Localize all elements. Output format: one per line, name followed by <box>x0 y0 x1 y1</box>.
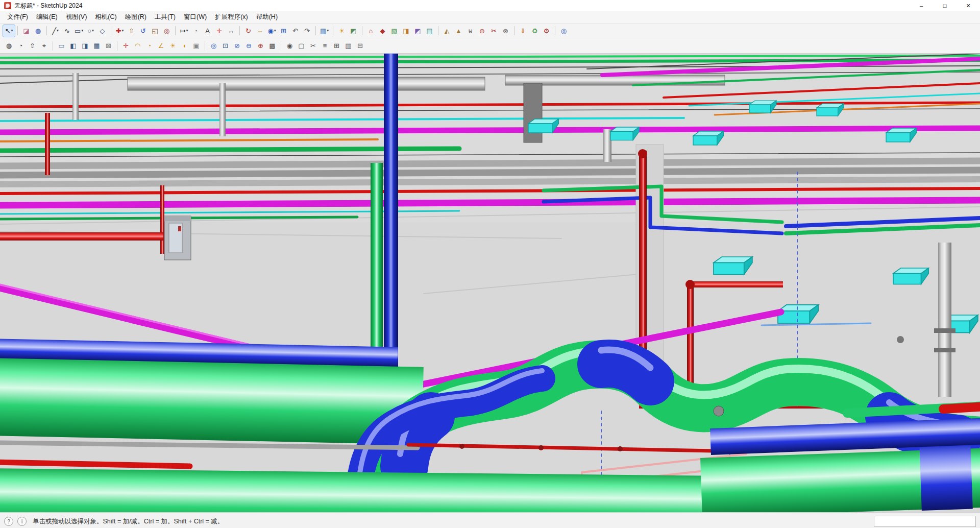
polygon-tool[interactable]: ◇ <box>96 25 108 37</box>
viewport-canvas[interactable] <box>0 54 980 512</box>
angle-tool[interactable]: ∠ <box>155 40 167 52</box>
sun-tool[interactable]: ☀ <box>167 40 179 52</box>
components-panel-button[interactable]: ▧ <box>388 25 400 37</box>
section-plane-tool[interactable]: ◩ <box>348 25 359 37</box>
position-camera-tool[interactable]: ⌖ <box>38 40 50 52</box>
model-info-button[interactable]: ▦ <box>91 40 103 52</box>
line-tool-dropdown[interactable]: ▾ <box>57 29 59 33</box>
offset-tool[interactable]: ◎ <box>161 25 173 37</box>
rectangle-tool[interactable]: ▭▾ <box>73 25 85 37</box>
solid-intersect-tool[interactable]: ⊗ <box>500 25 511 37</box>
red-branch-left[interactable] <box>0 232 163 241</box>
tags-panel-button[interactable]: ▤ <box>424 25 435 37</box>
move-tool[interactable]: ✚▾ <box>114 25 126 37</box>
line-tool[interactable]: ╱▾ <box>50 25 61 37</box>
menu-view[interactable]: 视图(V) <box>62 12 91 22</box>
menu-draw[interactable]: 绘图(R) <box>121 12 151 22</box>
tape-measure-tool[interactable]: ↦▾ <box>178 25 190 37</box>
3d-warehouse-button[interactable]: ⌂ <box>365 25 377 37</box>
move-tool-dropdown[interactable]: ▾ <box>122 29 124 33</box>
lock-button[interactable]: ⊠ <box>103 40 114 52</box>
menu-help[interactable]: 帮助(H) <box>252 12 282 22</box>
grid-cube-tool[interactable]: ⊞ <box>331 40 342 52</box>
sandbox-smoove-tool[interactable]: ▲ <box>453 25 464 37</box>
hide-similar-toggle[interactable]: ⊖ <box>243 40 255 52</box>
eraser-tool[interactable]: ◪ <box>20 25 32 37</box>
circle-tool-dropdown[interactable]: ▾ <box>92 29 94 33</box>
extension-warehouse-button[interactable]: ◆ <box>377 25 388 37</box>
text-tool[interactable]: A <box>202 25 213 37</box>
info-status-icon[interactable]: i <box>17 517 27 526</box>
views-tool[interactable]: ▦▾ <box>318 25 330 37</box>
styles-panel-button[interactable]: ◩ <box>412 25 424 37</box>
menu-file[interactable]: 文件(F) <box>3 12 32 22</box>
dimension-tool[interactable]: ↔ <box>225 25 237 37</box>
previous-view-tool[interactable]: ↶ <box>289 25 301 37</box>
search-button[interactable]: ◎ <box>558 25 570 37</box>
views-tool-dropdown[interactable]: ▾ <box>327 29 329 33</box>
isolate-tool[interactable]: ⊕ <box>255 40 266 52</box>
visibility-tool[interactable]: ◉ <box>284 40 296 52</box>
rectangle-tool-dropdown[interactable]: ▾ <box>81 29 83 33</box>
zoom-tool[interactable]: ◉▾ <box>266 25 278 37</box>
orbit-alt-tool[interactable]: ◍ <box>3 40 15 52</box>
layers-stack-button[interactable]: ≡ <box>319 40 331 52</box>
menu-tools[interactable]: 工具(T) <box>151 12 180 22</box>
bottom-green-pipe[interactable] <box>0 468 725 512</box>
help-status-icon[interactable]: ? <box>4 517 13 526</box>
marquee-zoom-tool[interactable]: ⊡ <box>219 40 231 52</box>
materials-panel-button[interactable]: ◨ <box>400 25 412 37</box>
close-button[interactable]: ✕ <box>957 0 980 11</box>
zoom-selection-tool[interactable]: ◎ <box>208 40 219 52</box>
pan-tool[interactable]: ⇔ <box>254 25 266 37</box>
menu-extensions[interactable]: 扩展程序(x) <box>211 12 252 22</box>
dome-half-tool[interactable]: ◖ <box>179 40 190 52</box>
shadow-settings-button[interactable]: ◨ <box>79 40 91 52</box>
circle-tool[interactable]: ○▾ <box>85 25 96 37</box>
purge-model-button[interactable]: ♻ <box>529 25 541 37</box>
zoom-tool-dropdown[interactable]: ▾ <box>274 29 276 33</box>
styles-window-button[interactable]: ◧ <box>67 40 79 52</box>
panels-tool[interactable]: ▥ <box>342 40 354 52</box>
maximize-button[interactable]: □ <box>933 0 957 11</box>
minimize-button[interactable]: – <box>910 0 933 11</box>
zoom-extents-tool[interactable]: ⊞ <box>278 25 289 37</box>
rotate-tool[interactable]: ↺ <box>137 25 149 37</box>
cage-edit-tool[interactable]: ⊟ <box>354 40 366 52</box>
measurements-input[interactable] <box>874 516 976 527</box>
protractor-tool[interactable]: ◔ <box>190 25 202 37</box>
hide-rest-toggle[interactable]: ⊘ <box>231 40 243 52</box>
extension-settings-button[interactable]: ⚙ <box>541 25 552 37</box>
dome-tool[interactable]: ◠ <box>132 40 143 52</box>
cut-plane-tool[interactable]: ✂ <box>307 40 319 52</box>
next-view-tool[interactable]: ↷ <box>301 25 313 37</box>
select-tool-dropdown[interactable]: ▾ <box>11 29 13 33</box>
viewport[interactable] <box>0 54 980 512</box>
scale-tool[interactable]: ◱ <box>149 25 161 37</box>
pipe-fitting[interactable] <box>714 406 724 416</box>
orbit-tool[interactable]: ↻ <box>242 25 254 37</box>
scenes-window-button[interactable]: ▭ <box>56 40 67 52</box>
freehand-tool[interactable]: ∿ <box>61 25 73 37</box>
box-gray-tool[interactable]: ▣ <box>190 40 202 52</box>
look-around-tool[interactable]: ◔ <box>15 40 27 52</box>
mask-tool[interactable]: ▩ <box>266 40 278 52</box>
import-model-button[interactable]: ⇓ <box>517 25 529 37</box>
paint-bucket-tool[interactable]: ◍ <box>32 25 44 37</box>
solid-subtract-tool[interactable]: ⊖ <box>476 25 488 37</box>
solid-trim-tool[interactable]: ✂ <box>488 25 500 37</box>
menu-edit[interactable]: 编辑(E) <box>32 12 62 22</box>
shadows-toggle[interactable]: ☀ <box>336 25 348 37</box>
select-tool[interactable]: ↖▾ <box>3 25 15 37</box>
tape-measure-tool-dropdown[interactable]: ▾ <box>186 29 188 33</box>
menu-camera[interactable]: 相机(C) <box>91 12 120 22</box>
protractor-alt-tool[interactable]: ◔ <box>143 40 155 52</box>
sandbox-from-contours-tool[interactable]: ◭ <box>441 25 453 37</box>
axes-tool[interactable]: ✛ <box>213 25 225 37</box>
menu-window[interactable]: 窗口(W) <box>180 12 211 22</box>
walk-tool[interactable]: ⇧ <box>27 40 38 52</box>
push-pull-tool[interactable]: ⇧ <box>126 25 137 37</box>
solid-union-tool[interactable]: ⊎ <box>464 25 476 37</box>
colored-axes-tool[interactable]: ✛ <box>120 40 132 52</box>
box-edit-tool[interactable]: ▢ <box>296 40 307 52</box>
